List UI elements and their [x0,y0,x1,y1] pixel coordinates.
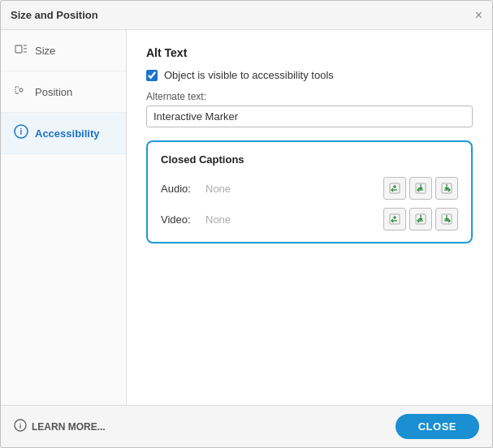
sidebar: Size Position i [1,30,127,405]
video-caption-buttons [383,208,458,230]
close-x-button[interactable]: × [475,9,482,22]
audio-value: None [205,183,383,195]
audio-import-button[interactable] [409,177,432,200]
video-value: None [205,213,383,226]
audio-remove-button[interactable] [435,177,458,200]
svg-text:i: i [20,127,23,136]
closed-captions-box: Closed Captions Audio: None [146,140,473,243]
audio-caption-row: Audio: None [161,177,458,200]
audio-add-button[interactable] [383,177,406,200]
audio-label: Audio: [161,183,205,195]
position-icon [14,83,28,101]
sidebar-item-size[interactable]: Size [1,30,126,71]
learn-more-label: LEARN MORE... [32,421,106,433]
sidebar-item-position-label: Position [35,86,72,98]
closed-captions-title: Closed Captions [161,153,458,166]
svg-point-4 [19,88,23,92]
alt-text-field-label: Alternate text: [146,91,473,102]
visibility-checkbox-label: Object is visible to accessibility tools [164,69,334,81]
sidebar-item-size-label: Size [35,45,55,57]
video-label: Video: [161,213,205,226]
audio-caption-buttons [383,177,458,200]
visibility-checkbox-row: Object is visible to accessibility tools [146,69,473,81]
title-bar: Size and Position × [1,1,492,30]
content-area: Alt Text Object is visible to accessibil… [127,30,492,405]
alt-text-section-title: Alt Text [146,46,473,59]
size-icon [14,41,28,59]
alt-text-input[interactable] [146,106,473,127]
video-remove-button[interactable] [435,208,458,230]
sidebar-item-accessibility[interactable]: i Accessibility [1,113,126,154]
svg-rect-0 [15,45,22,53]
video-caption-row: Video: None [161,208,458,230]
video-add-button[interactable] [383,208,406,230]
info-icon: i [14,419,27,434]
dialog-body: Size Position i [1,30,492,405]
close-button[interactable]: CLOSE [396,414,479,439]
sidebar-item-accessibility-label: Accessibility [35,127,100,140]
video-import-button[interactable] [409,208,432,230]
svg-text:i: i [19,422,22,430]
sidebar-item-position[interactable]: Position [1,71,126,113]
size-and-position-dialog: Size and Position × Size [0,0,493,448]
accessibility-icon: i [14,124,28,142]
dialog-footer: i LEARN MORE... CLOSE [1,405,492,447]
dialog-title: Size and Position [11,9,98,21]
learn-more-link[interactable]: i LEARN MORE... [14,419,106,434]
visibility-checkbox[interactable] [146,70,158,81]
